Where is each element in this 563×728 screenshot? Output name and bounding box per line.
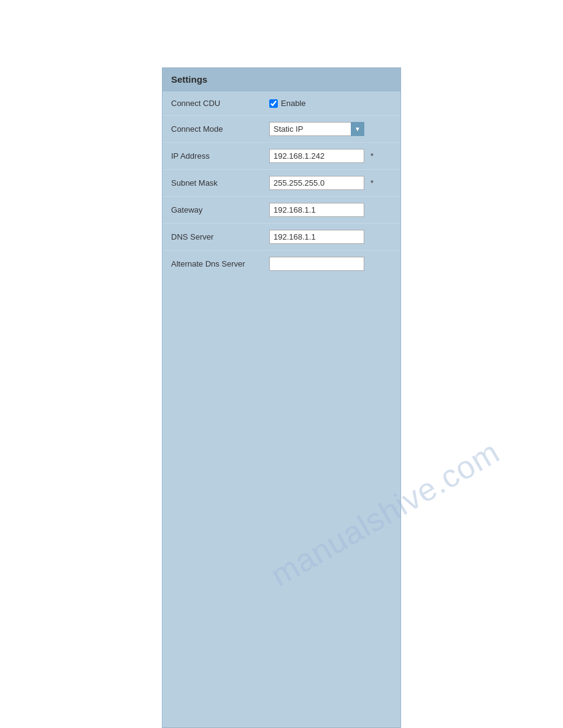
settings-panel: Settings Connect CDU Enable Connect Mode — [162, 67, 401, 728]
enable-checkbox-wrapper[interactable]: Enable — [269, 99, 305, 108]
connect-cdu-row: Connect CDU Enable — [163, 91, 400, 116]
connect-mode-label: Connect Mode — [171, 124, 269, 134]
ip-address-value: * — [269, 149, 392, 163]
connect-mode-value: Static IP DHCP ▼ — [269, 122, 392, 136]
ip-address-input[interactable] — [269, 149, 364, 163]
dns-server-value — [269, 230, 392, 244]
connect-cdu-label: Connect CDU — [171, 99, 269, 108]
alternate-dns-server-label: Alternate Dns Server — [171, 259, 269, 268]
subnet-mask-label: Subnet Mask — [171, 178, 269, 188]
ip-address-required-star: * — [370, 151, 373, 161]
gateway-label: Gateway — [171, 205, 269, 214]
gateway-row: Gateway — [163, 197, 400, 224]
connect-mode-row: Connect Mode Static IP DHCP ▼ — [163, 116, 400, 143]
dns-server-input[interactable] — [269, 230, 364, 244]
connect-mode-select-wrapper[interactable]: Static IP DHCP ▼ — [269, 122, 364, 136]
ip-address-row: IP Address * — [163, 143, 400, 170]
ip-address-label: IP Address — [171, 151, 269, 161]
dns-server-label: DNS Server — [171, 232, 269, 241]
settings-header: Settings — [163, 68, 400, 91]
subnet-mask-required-star: * — [370, 178, 373, 188]
dns-server-row: DNS Server — [163, 224, 400, 251]
alternate-dns-server-input[interactable] — [269, 257, 364, 271]
page-container: Settings Connect CDU Enable Connect Mode — [0, 0, 563, 728]
settings-title: Settings — [171, 74, 207, 85]
alternate-dns-server-row: Alternate Dns Server — [163, 251, 400, 277]
connect-cdu-value: Enable — [269, 99, 392, 108]
connect-cdu-checkbox[interactable] — [269, 99, 278, 108]
enable-label: Enable — [281, 99, 305, 108]
subnet-mask-input[interactable] — [269, 176, 364, 190]
subnet-mask-row: Subnet Mask * — [163, 170, 400, 197]
gateway-input[interactable] — [269, 203, 364, 217]
settings-body: Connect CDU Enable Connect Mode Static I… — [163, 91, 400, 277]
gateway-value — [269, 203, 392, 217]
subnet-mask-value: * — [269, 176, 392, 190]
connect-mode-select[interactable]: Static IP DHCP — [269, 122, 364, 136]
alternate-dns-server-value — [269, 257, 392, 271]
